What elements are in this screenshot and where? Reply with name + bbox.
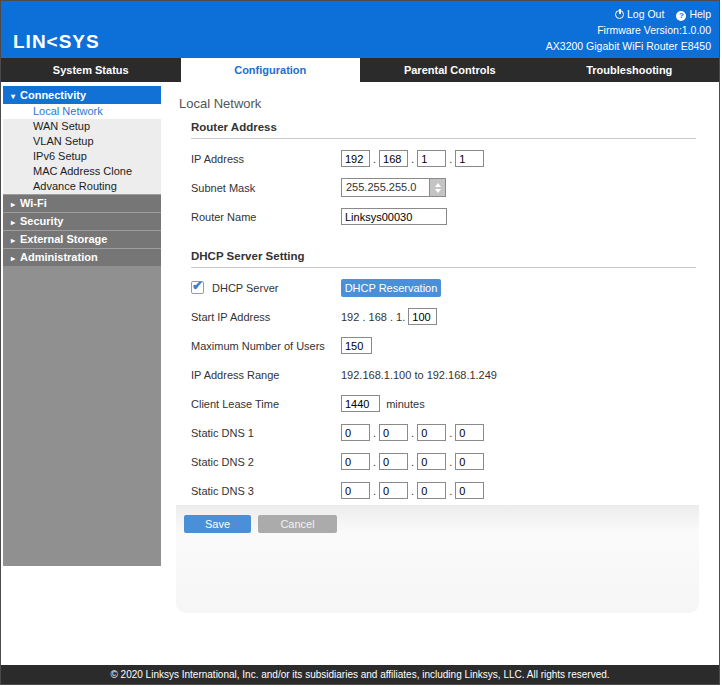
- sidebar-section-wifi[interactable]: ▸Wi-Fi: [3, 194, 161, 212]
- save-button[interactable]: Save: [184, 515, 251, 533]
- lease-time-input[interactable]: [341, 395, 380, 412]
- header-links-row: Log Out?Help: [546, 6, 711, 22]
- sidebar-item-local-network[interactable]: Local Network: [3, 104, 161, 119]
- ip-address-octets: ...: [341, 150, 484, 167]
- header: LIN<SYS Log Out?Help Firmware Version:1.…: [1, 1, 719, 58]
- logout-link[interactable]: Log Out: [615, 8, 664, 20]
- sidebar-section-security[interactable]: ▸Security: [3, 212, 161, 230]
- sidebar-section-label: Security: [20, 215, 63, 227]
- octet-input[interactable]: [379, 424, 408, 441]
- sidebar-filler: [3, 266, 161, 566]
- octet-dot: .: [373, 456, 376, 468]
- octet-input[interactable]: [417, 482, 446, 499]
- form-footer: SaveCancel: [176, 505, 699, 613]
- max-users-input[interactable]: [341, 337, 372, 354]
- dhcp-server-label-group: ✔ DHCP Server: [191, 281, 341, 294]
- dhcp-server-checkbox[interactable]: ✔: [191, 281, 204, 294]
- octet-input[interactable]: [341, 424, 370, 441]
- octet-dot: .: [411, 485, 414, 497]
- chevron-right-icon: ▸: [11, 250, 15, 267]
- octet-dot: .: [373, 153, 376, 165]
- ip-address-row: IP Address ...: [191, 149, 696, 168]
- main-content: Local Network Router Address IP Address …: [171, 86, 711, 613]
- router-name-label: Router Name: [191, 211, 341, 223]
- logout-label: Log Out: [627, 8, 664, 20]
- octet-input[interactable]: [341, 482, 370, 499]
- start-ip-row: Start IP Address 192 . 168 . 1.: [191, 307, 696, 326]
- tab-troubleshooting[interactable]: Troubleshooting: [540, 58, 720, 82]
- ip-range-row: IP Address Range 192.168.1.100 to 192.16…: [191, 365, 696, 384]
- lease-time-label: Client Lease Time: [191, 398, 341, 410]
- max-users-row: Maximum Number of Users: [191, 336, 696, 355]
- octet-dot: .: [449, 153, 452, 165]
- sidebar-section-external-storage[interactable]: ▸External Storage: [3, 230, 161, 248]
- octet-input[interactable]: [379, 482, 408, 499]
- static-dns2-octets: ...: [341, 453, 484, 470]
- octet-input[interactable]: [379, 150, 408, 167]
- lease-time-row: Client Lease Time minutes: [191, 394, 696, 413]
- static-dns3-label: Static DNS 3: [191, 485, 341, 497]
- sidebar-item-mac-address-clone[interactable]: MAC Address Clone: [3, 164, 161, 179]
- octet-input[interactable]: [455, 424, 484, 441]
- section-title-dhcp: DHCP Server Setting: [191, 250, 696, 268]
- tab-configuration[interactable]: Configuration: [181, 58, 361, 82]
- sidebar-section-administration[interactable]: ▸Administration: [3, 248, 161, 266]
- power-icon: [615, 10, 624, 19]
- sidebar-item-advance-routing[interactable]: Advance Routing: [3, 179, 161, 194]
- octet-input[interactable]: [417, 150, 446, 167]
- max-users-label: Maximum Number of Users: [191, 340, 341, 352]
- ip-range-value: 192.168.1.100 to 192.168.1.249: [341, 369, 497, 381]
- sidebar-section-label: Administration: [20, 251, 98, 263]
- router-address-section: Router Address IP Address ... Subnet Mas…: [191, 121, 696, 226]
- tab-system-status[interactable]: System Status: [1, 58, 181, 82]
- tab-parental-controls[interactable]: Parental Controls: [360, 58, 540, 82]
- sidebar-item-ipv6-setup[interactable]: IPv6 Setup: [3, 149, 161, 164]
- octet-dot: .: [411, 153, 414, 165]
- sidebar-item-vlan-setup[interactable]: VLAN Setup: [3, 134, 161, 149]
- top-nav-tabs: System Status Configuration Parental Con…: [1, 58, 719, 82]
- octet-input[interactable]: [341, 453, 370, 470]
- dhcp-server-label: DHCP Server: [212, 282, 278, 294]
- octet-input[interactable]: [455, 150, 484, 167]
- cancel-button[interactable]: Cancel: [258, 515, 337, 533]
- router-name-input[interactable]: [341, 208, 447, 225]
- sidebar-section-label: External Storage: [20, 233, 107, 245]
- octet-input[interactable]: [455, 482, 484, 499]
- static-dns1-octets: ...: [341, 424, 484, 441]
- static-dns3-octets: ...: [341, 482, 484, 499]
- octet-dot: .: [411, 456, 414, 468]
- octet-dot: .: [449, 485, 452, 497]
- subnet-mask-row: Subnet Mask 255.255.255.0: [191, 178, 696, 197]
- section-title-router-address: Router Address: [191, 121, 696, 139]
- octet-input[interactable]: [417, 453, 446, 470]
- octet-input[interactable]: [417, 424, 446, 441]
- dhcp-reservation-button[interactable]: DHCP Reservation: [341, 279, 441, 297]
- sidebar-item-wan-setup[interactable]: WAN Setup: [3, 119, 161, 134]
- lease-time-unit: minutes: [386, 398, 425, 410]
- octet-input[interactable]: [379, 453, 408, 470]
- chevron-right-icon: ▸: [11, 196, 15, 213]
- sidebar: ▾Connectivity Local Network WAN Setup VL…: [3, 86, 161, 566]
- page-title: Local Network: [179, 96, 711, 111]
- header-meta: Log Out?Help Firmware Version:1.0.00 AX3…: [546, 6, 711, 54]
- static-dns2-label: Static DNS 2: [191, 456, 341, 468]
- chevron-right-icon: ▸: [11, 232, 15, 249]
- linksys-logo: LIN<SYS: [13, 31, 100, 53]
- arrow-up-icon: [435, 183, 441, 187]
- start-ip-octet-input[interactable]: [408, 308, 437, 325]
- help-icon: ?: [676, 11, 686, 21]
- octet-dot: .: [373, 485, 376, 497]
- ip-range-label: IP Address Range: [191, 369, 341, 381]
- octet-input[interactable]: [341, 150, 370, 167]
- ip-address-label: IP Address: [191, 153, 341, 165]
- checkmark-icon: ✔: [192, 278, 203, 293]
- help-link[interactable]: ?Help: [664, 8, 711, 20]
- spinner-icon[interactable]: [429, 179, 445, 196]
- octet-input[interactable]: [455, 453, 484, 470]
- subnet-mask-select[interactable]: 255.255.255.0: [341, 178, 446, 197]
- octet-dot: .: [373, 427, 376, 439]
- router-name-row: Router Name: [191, 207, 696, 226]
- dhcp-section: DHCP Server Setting ✔ DHCP Server DHCP R…: [191, 250, 696, 529]
- sidebar-section-connectivity[interactable]: ▾Connectivity: [3, 86, 161, 104]
- sidebar-section-label: Connectivity: [20, 89, 86, 101]
